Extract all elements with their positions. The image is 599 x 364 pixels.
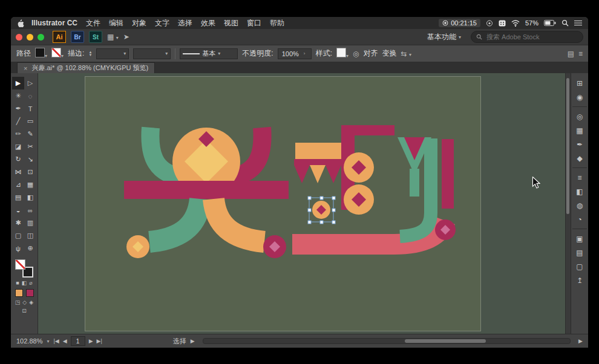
draw-behind-icon[interactable]: ◇ [22,299,27,305]
arrange-documents-icon[interactable]: ▦ ▾ [107,33,119,41]
menu-item-8[interactable]: 帮助 [270,18,284,28]
control-center-icon[interactable] [574,20,582,26]
isolate-options-icon[interactable]: ⇆ ▾ [401,50,411,58]
stroke-weight-stepper[interactable]: ▲▼ [88,51,92,57]
document-tab[interactable]: × 兴趣.ai* @ 102.88% (CMYK/GPU 预览) [17,62,155,73]
tool-mesh[interactable]: ▤ [12,191,24,204]
close-tab-icon[interactable]: × [24,65,27,72]
zoom-level[interactable]: 102.88% [16,337,42,345]
qu-triangle-2[interactable] [310,165,326,183]
panel-icon-layers[interactable]: ▤ [572,245,587,259]
canvas-horizontal-scrollbar[interactable] [203,338,571,344]
variable-width-profile-dropdown[interactable]: 基本 ▾ [180,48,238,59]
artwork-svg[interactable] [85,77,480,331]
scroll-right-button[interactable]: ▶ [578,338,583,344]
artboard-number-input[interactable] [71,337,85,345]
menu-item-3[interactable]: 文字 [155,18,169,28]
stroke-color-swatch[interactable]: ▾ [51,48,64,59]
xing-left-stroke[interactable] [149,199,200,242]
gpu-performance-icon[interactable]: ➤ [123,33,129,41]
search-input[interactable] [485,33,560,41]
stock-button[interactable]: St [89,31,102,43]
align-button[interactable]: 对齐 [364,48,378,59]
screen-mode-icon[interactable]: ⊡ [22,308,27,314]
tool-slice[interactable]: ◫ [24,229,36,242]
qu-goblet-stem[interactable] [410,169,419,197]
qu-band[interactable] [294,159,342,165]
panel-icon-swatches[interactable]: ▦ [572,123,587,137]
screen-mirroring-icon[interactable] [486,20,493,27]
tool-eraser[interactable]: ◪ [12,140,24,153]
app-menu-title[interactable]: Illustrator CC [31,19,77,27]
color-mode-icon[interactable]: ■ [16,280,19,286]
prev-artboard-button[interactable]: ◀ [63,338,67,344]
screen-recording-timer[interactable]: 00:21:15 [439,19,480,27]
tool-rotate[interactable]: ↻ [12,153,24,166]
spotlight-icon[interactable] [561,19,569,27]
tool-pencil[interactable]: ✎ [24,128,36,140]
tool-paintbrush[interactable]: ✏ [12,128,24,140]
orange-color-chip[interactable] [15,289,23,297]
menu-item-2[interactable]: 对象 [132,18,146,28]
panel-icon-asset-export[interactable]: ↥ [572,273,587,287]
apple-menu-icon[interactable] [17,19,24,27]
menu-item-5[interactable]: 效果 [201,18,215,28]
first-artboard-button[interactable]: |◀ [53,338,59,344]
opacity-field[interactable]: › [278,48,312,59]
battery-icon[interactable] [544,20,556,26]
tool-eyedropper[interactable]: ◒ [12,204,24,216]
tool-pen[interactable]: ✒ [12,102,24,115]
fill-indicator[interactable] [15,259,25,270]
panel-icon-symbols[interactable]: ◆ [572,151,587,165]
qu-right-bar[interactable] [442,139,454,209]
character-xing[interactable] [124,128,289,258]
input-source-icon[interactable] [499,20,506,27]
style-swatch[interactable]: ▾ [336,48,349,59]
control-menu-icon[interactable]: ≡ [578,50,583,58]
character-qu[interactable] [292,125,456,244]
tool-magic-wand[interactable]: ✳ [12,89,24,102]
panel-icon-stroke[interactable]: ≡ [572,167,587,184]
draw-inside-icon[interactable]: ◈ [29,299,33,305]
tool-zoom[interactable]: ⊕ [24,242,36,255]
tool-symbol-sprayer[interactable]: ✱ [12,216,24,229]
fill-stroke-widget[interactable] [15,259,34,278]
tool-gradient[interactable]: ◧ [24,191,36,204]
opacity-input[interactable] [281,50,301,58]
last-artboard-button[interactable]: ▶| [97,338,102,344]
stock-search[interactable] [471,31,583,43]
tool-perspective-grid[interactable]: ▦ [24,178,36,191]
tool-scale[interactable]: ↘ [24,153,36,166]
xing-horizontal-bar[interactable] [124,181,289,199]
next-artboard-button[interactable]: ▶ [89,338,93,344]
tool-rectangle[interactable]: ▭ [24,115,36,128]
zoom-dropdown-icon[interactable]: ▾ [47,339,49,344]
xing-right-stroke[interactable] [214,199,264,242]
zoom-window-button[interactable] [38,34,44,41]
tool-selection[interactable]: ▶ [12,77,24,89]
gradient-mode-icon[interactable]: ◧ [22,280,27,286]
panel-icon-color[interactable]: ◉ [572,90,587,104]
stroke-weight-field[interactable]: ▾ [96,48,129,59]
fill-color-swatch[interactable]: ▾ [35,48,47,59]
qu-orange-bar[interactable] [295,143,341,159]
tool-width[interactable]: ⋈ [12,166,24,178]
wifi-icon[interactable] [511,20,520,27]
menu-item-7[interactable]: 窗口 [247,18,261,28]
selected-object[interactable] [308,197,335,224]
menu-item-0[interactable]: 文件 [86,18,100,28]
tool-shape-builder[interactable]: ⊿ [12,178,24,191]
tool-lasso[interactable]: ◌ [24,89,36,102]
qu-triangle-3[interactable] [326,165,341,183]
document-setup-globe-icon[interactable]: ◎ [353,50,359,58]
artboard-number-field[interactable] [71,336,85,346]
tool-column-graph[interactable]: ▥ [24,216,36,229]
panel-icon-appearance[interactable]: ◔ [572,212,587,226]
panel-icon-gradient[interactable]: ◧ [572,184,587,198]
status-menu-arrow[interactable]: ▶ [191,338,195,344]
panel-icon-libraries[interactable]: ⊞ [572,76,587,90]
tool-blend[interactable]: ∞ [24,204,36,216]
panel-icon-color-guide[interactable]: ◎ [572,106,587,123]
qu-triangle-1[interactable] [294,165,310,183]
qu-top-bar[interactable] [341,125,394,135]
